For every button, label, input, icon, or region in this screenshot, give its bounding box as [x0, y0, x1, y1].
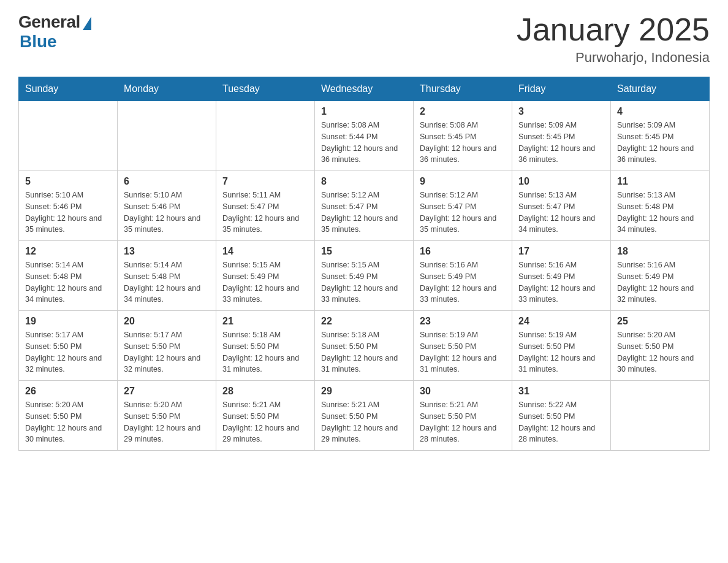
day-number: 8: [321, 176, 407, 187]
day-cell: 6Sunrise: 5:10 AMSunset: 5:46 PMDaylight…: [118, 171, 216, 241]
day-cell: 28Sunrise: 5:21 AMSunset: 5:50 PMDayligh…: [216, 381, 315, 451]
day-info: Sunrise: 5:10 AMSunset: 5:46 PMDaylight:…: [25, 190, 111, 236]
day-number: 2: [420, 106, 506, 117]
day-cell: 16Sunrise: 5:16 AMSunset: 5:49 PMDayligh…: [414, 241, 512, 311]
calendar-body: 1Sunrise: 5:08 AMSunset: 5:44 PMDaylight…: [19, 101, 710, 451]
day-cell: 8Sunrise: 5:12 AMSunset: 5:47 PMDaylight…: [315, 171, 414, 241]
day-cell: 22Sunrise: 5:18 AMSunset: 5:50 PMDayligh…: [315, 311, 414, 381]
day-info: Sunrise: 5:10 AMSunset: 5:46 PMDaylight:…: [124, 190, 210, 236]
day-cell: [611, 381, 710, 451]
day-number: 25: [617, 316, 703, 327]
day-cell: 11Sunrise: 5:13 AMSunset: 5:48 PMDayligh…: [611, 171, 710, 241]
day-info: Sunrise: 5:17 AMSunset: 5:50 PMDaylight:…: [25, 329, 111, 375]
header-cell-monday: Monday: [118, 77, 216, 101]
day-info: Sunrise: 5:09 AMSunset: 5:45 PMDaylight:…: [617, 120, 703, 166]
day-cell: 13Sunrise: 5:14 AMSunset: 5:48 PMDayligh…: [118, 241, 216, 311]
day-cell: [216, 101, 315, 171]
day-number: 11: [617, 176, 703, 187]
day-cell: [118, 101, 216, 171]
day-info: Sunrise: 5:12 AMSunset: 5:47 PMDaylight:…: [321, 190, 407, 236]
day-info: Sunrise: 5:21 AMSunset: 5:50 PMDaylight:…: [420, 399, 506, 445]
day-number: 6: [124, 176, 210, 187]
day-info: Sunrise: 5:17 AMSunset: 5:50 PMDaylight:…: [124, 329, 210, 375]
day-number: 5: [25, 176, 111, 187]
day-cell: 27Sunrise: 5:20 AMSunset: 5:50 PMDayligh…: [118, 381, 216, 451]
week-row-1: 1Sunrise: 5:08 AMSunset: 5:44 PMDaylight…: [19, 101, 710, 171]
day-cell: 15Sunrise: 5:15 AMSunset: 5:49 PMDayligh…: [315, 241, 414, 311]
header-cell-friday: Friday: [512, 77, 611, 101]
logo-blue-text: Blue: [20, 32, 57, 52]
day-cell: 12Sunrise: 5:14 AMSunset: 5:48 PMDayligh…: [19, 241, 118, 311]
day-cell: 31Sunrise: 5:22 AMSunset: 5:50 PMDayligh…: [512, 381, 611, 451]
day-number: 4: [617, 106, 703, 117]
day-number: 10: [518, 176, 604, 187]
day-number: 17: [518, 246, 604, 257]
day-number: 16: [420, 246, 506, 257]
day-cell: 29Sunrise: 5:21 AMSunset: 5:50 PMDayligh…: [315, 381, 414, 451]
day-cell: 9Sunrise: 5:12 AMSunset: 5:47 PMDaylight…: [414, 171, 512, 241]
day-number: 12: [25, 246, 111, 257]
day-number: 3: [518, 106, 604, 117]
day-cell: 30Sunrise: 5:21 AMSunset: 5:50 PMDayligh…: [414, 381, 512, 451]
day-info: Sunrise: 5:20 AMSunset: 5:50 PMDaylight:…: [25, 399, 111, 445]
month-title: January 2025: [517, 12, 710, 47]
logo-general-text: General: [18, 12, 80, 32]
logo: General Blue: [18, 12, 91, 52]
week-row-2: 5Sunrise: 5:10 AMSunset: 5:46 PMDaylight…: [19, 171, 710, 241]
day-info: Sunrise: 5:22 AMSunset: 5:50 PMDaylight:…: [518, 399, 604, 445]
day-cell: 19Sunrise: 5:17 AMSunset: 5:50 PMDayligh…: [19, 311, 118, 381]
header-cell-sunday: Sunday: [19, 77, 118, 101]
location-text: Purwoharjo, Indonesia: [517, 50, 710, 66]
day-number: 27: [124, 386, 210, 397]
header-cell-saturday: Saturday: [611, 77, 710, 101]
day-cell: 5Sunrise: 5:10 AMSunset: 5:46 PMDaylight…: [19, 171, 118, 241]
day-number: 21: [222, 316, 308, 327]
day-cell: 23Sunrise: 5:19 AMSunset: 5:50 PMDayligh…: [414, 311, 512, 381]
week-row-5: 26Sunrise: 5:20 AMSunset: 5:50 PMDayligh…: [19, 381, 710, 451]
day-number: 19: [25, 316, 111, 327]
day-number: 1: [321, 106, 407, 117]
day-cell: 25Sunrise: 5:20 AMSunset: 5:50 PMDayligh…: [611, 311, 710, 381]
day-info: Sunrise: 5:11 AMSunset: 5:47 PMDaylight:…: [222, 190, 308, 236]
day-info: Sunrise: 5:18 AMSunset: 5:50 PMDaylight:…: [321, 329, 407, 375]
day-cell: 1Sunrise: 5:08 AMSunset: 5:44 PMDaylight…: [315, 101, 414, 171]
calendar-header: SundayMondayTuesdayWednesdayThursdayFrid…: [19, 77, 710, 101]
day-info: Sunrise: 5:21 AMSunset: 5:50 PMDaylight:…: [222, 399, 308, 445]
day-number: 22: [321, 316, 407, 327]
day-info: Sunrise: 5:15 AMSunset: 5:49 PMDaylight:…: [321, 259, 407, 305]
day-info: Sunrise: 5:12 AMSunset: 5:47 PMDaylight:…: [420, 190, 506, 236]
logo-triangle-icon: [83, 17, 91, 30]
day-info: Sunrise: 5:14 AMSunset: 5:48 PMDaylight:…: [124, 259, 210, 305]
day-cell: [19, 101, 118, 171]
day-info: Sunrise: 5:08 AMSunset: 5:45 PMDaylight:…: [420, 120, 506, 166]
header-row: SundayMondayTuesdayWednesdayThursdayFrid…: [19, 77, 710, 101]
week-row-4: 19Sunrise: 5:17 AMSunset: 5:50 PMDayligh…: [19, 311, 710, 381]
day-cell: 2Sunrise: 5:08 AMSunset: 5:45 PMDaylight…: [414, 101, 512, 171]
day-number: 31: [518, 386, 604, 397]
header-cell-thursday: Thursday: [414, 77, 512, 101]
day-info: Sunrise: 5:08 AMSunset: 5:44 PMDaylight:…: [321, 120, 407, 166]
day-info: Sunrise: 5:20 AMSunset: 5:50 PMDaylight:…: [124, 399, 210, 445]
day-cell: 10Sunrise: 5:13 AMSunset: 5:47 PMDayligh…: [512, 171, 611, 241]
title-section: January 2025 Purwoharjo, Indonesia: [517, 12, 710, 66]
day-info: Sunrise: 5:15 AMSunset: 5:49 PMDaylight:…: [222, 259, 308, 305]
day-info: Sunrise: 5:13 AMSunset: 5:48 PMDaylight:…: [617, 190, 703, 236]
header-cell-wednesday: Wednesday: [315, 77, 414, 101]
day-number: 14: [222, 246, 308, 257]
day-info: Sunrise: 5:19 AMSunset: 5:50 PMDaylight:…: [420, 329, 506, 375]
page-header: General Blue January 2025 Purwoharjo, In…: [18, 12, 710, 66]
day-info: Sunrise: 5:14 AMSunset: 5:48 PMDaylight:…: [25, 259, 111, 305]
day-cell: 7Sunrise: 5:11 AMSunset: 5:47 PMDaylight…: [216, 171, 315, 241]
day-cell: 18Sunrise: 5:16 AMSunset: 5:49 PMDayligh…: [611, 241, 710, 311]
day-number: 28: [222, 386, 308, 397]
day-info: Sunrise: 5:16 AMSunset: 5:49 PMDaylight:…: [617, 259, 703, 305]
day-number: 15: [321, 246, 407, 257]
day-number: 29: [321, 386, 407, 397]
day-info: Sunrise: 5:18 AMSunset: 5:50 PMDaylight:…: [222, 329, 308, 375]
day-number: 13: [124, 246, 210, 257]
day-info: Sunrise: 5:09 AMSunset: 5:45 PMDaylight:…: [518, 120, 604, 166]
day-cell: 26Sunrise: 5:20 AMSunset: 5:50 PMDayligh…: [19, 381, 118, 451]
day-info: Sunrise: 5:21 AMSunset: 5:50 PMDaylight:…: [321, 399, 407, 445]
calendar-table: SundayMondayTuesdayWednesdayThursdayFrid…: [18, 77, 710, 451]
day-number: 26: [25, 386, 111, 397]
